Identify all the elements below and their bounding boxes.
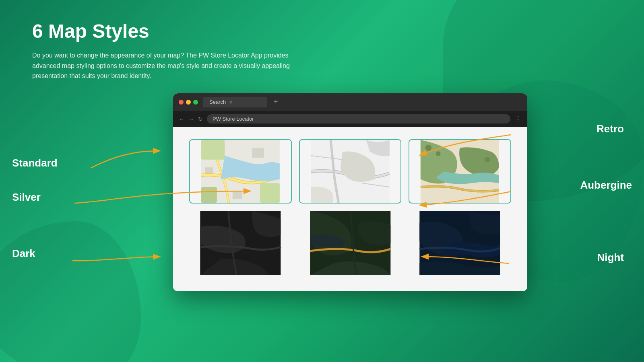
page-title: 6 Map Styles bbox=[32, 20, 149, 42]
page-description: Do you want to change the appearance of … bbox=[32, 50, 298, 81]
browser-addressbar: ← → ↻ PW Store Locator ⋮ bbox=[173, 111, 527, 127]
svg-rect-7 bbox=[252, 148, 264, 157]
tab-close-button[interactable]: × bbox=[229, 99, 232, 105]
svg-rect-2 bbox=[201, 140, 225, 160]
map-card-standard[interactable] bbox=[189, 139, 292, 204]
map-card-dark[interactable] bbox=[189, 211, 292, 275]
browser-tab[interactable]: Search × bbox=[203, 97, 267, 107]
refresh-button[interactable]: ↻ bbox=[198, 116, 203, 122]
browser-content bbox=[173, 127, 527, 291]
address-field[interactable]: PW Store Locator bbox=[207, 114, 510, 123]
back-button[interactable]: ← bbox=[179, 116, 184, 122]
tab-label: Search bbox=[209, 99, 226, 105]
forward-button[interactable]: → bbox=[188, 116, 194, 122]
traffic-lights bbox=[179, 100, 198, 105]
svg-rect-5 bbox=[205, 167, 213, 173]
browser-wrapper: Search × + ← → ↻ PW Store Locator ⋮ bbox=[173, 93, 535, 291]
map-row-2 bbox=[189, 211, 511, 275]
browser-titlebar: Search × + bbox=[173, 93, 527, 111]
svg-rect-3 bbox=[260, 183, 280, 203]
map-row-1 bbox=[189, 139, 511, 204]
svg-point-12 bbox=[425, 144, 432, 151]
browser-menu-button[interactable]: ⋮ bbox=[514, 115, 522, 123]
tl-green[interactable] bbox=[193, 100, 198, 105]
new-tab-button[interactable]: + bbox=[274, 98, 278, 106]
map-card-retro[interactable] bbox=[409, 139, 511, 204]
tl-red[interactable] bbox=[179, 100, 184, 105]
map-card-aubergine[interactable] bbox=[299, 211, 402, 275]
browser-mockup: Search × + ← → ↻ PW Store Locator ⋮ bbox=[173, 93, 527, 291]
map-card-night[interactable] bbox=[409, 211, 511, 275]
map-card-silver[interactable] bbox=[299, 139, 402, 204]
svg-point-14 bbox=[485, 157, 490, 162]
tl-yellow[interactable] bbox=[186, 100, 191, 105]
svg-point-13 bbox=[436, 151, 441, 156]
main-content: 6 Map Styles Do you want to change the a… bbox=[0, 0, 644, 362]
svg-rect-6 bbox=[233, 191, 242, 199]
svg-rect-4 bbox=[201, 187, 217, 203]
